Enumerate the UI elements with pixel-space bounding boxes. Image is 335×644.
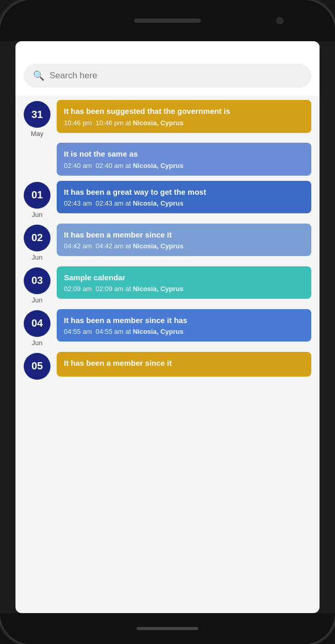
search-input[interactable] bbox=[49, 71, 302, 81]
event-title: It has been a member since it has bbox=[64, 315, 304, 326]
event-title: It has been a member since it bbox=[64, 230, 304, 240]
events-column: It has been a member since it has04:55 a… bbox=[57, 309, 311, 342]
events-column: It has been a great way to get the most0… bbox=[57, 181, 311, 214]
search-bar[interactable]: 🔍 bbox=[24, 64, 311, 88]
no-date-row: It is not the same as02:40 am 02:40 am a… bbox=[24, 143, 311, 176]
date-badge: 31May bbox=[24, 100, 51, 138]
phone-bottom bbox=[0, 613, 335, 644]
event-card[interactable]: It has been a member since it bbox=[57, 352, 311, 377]
event-title: It has been a member since it bbox=[64, 358, 304, 368]
event-time: 02:40 am 02:40 am at Nicosia, Cyprus bbox=[64, 162, 304, 170]
date-row: 03JunSample calendar02:09 am 02:09 am at… bbox=[24, 266, 311, 304]
phone-camera bbox=[276, 17, 283, 24]
search-icon: 🔍 bbox=[33, 70, 44, 81]
date-badge: 01Jun bbox=[24, 181, 51, 218]
home-bar bbox=[137, 627, 198, 630]
date-circle: 04 bbox=[24, 310, 51, 337]
date-circle: 01 bbox=[24, 182, 51, 209]
date-month: May bbox=[31, 130, 44, 138]
event-card[interactable]: Sample calendar02:09 am 02:09 am at Nico… bbox=[57, 266, 311, 299]
event-time: 02:09 am 02:09 am at Nicosia, Cyprus bbox=[64, 285, 304, 293]
date-month: Jun bbox=[32, 339, 43, 347]
event-title: It has been a great way to get the most bbox=[64, 187, 304, 197]
app-header bbox=[15, 41, 320, 58]
date-badge: 04Jun bbox=[24, 309, 51, 347]
search-container: 🔍 bbox=[15, 58, 320, 96]
event-card[interactable]: It has been suggested that the governmen… bbox=[57, 100, 311, 133]
event-card[interactable]: It has been a member since it04:42 am 04… bbox=[57, 224, 311, 257]
date-circle: 05 bbox=[24, 353, 51, 380]
events-column: It has been a member since it bbox=[57, 352, 311, 377]
date-circle: 02 bbox=[24, 225, 51, 251]
events-column: Sample calendar02:09 am 02:09 am at Nico… bbox=[57, 266, 311, 299]
phone-notch bbox=[0, 0, 335, 41]
date-month: Jun bbox=[32, 211, 43, 218]
date-month: Jun bbox=[32, 253, 43, 261]
date-circle: 31 bbox=[24, 101, 51, 128]
date-row: 01JunIt has been a great way to get the … bbox=[24, 181, 311, 218]
events-column: It has been suggested that the governmen… bbox=[57, 100, 311, 133]
date-badge: 03Jun bbox=[24, 266, 51, 304]
phone-screen: 🔍 31MayIt has been suggested that the go… bbox=[15, 41, 320, 613]
events-list: 31MayIt has been suggested that the gove… bbox=[15, 96, 320, 613]
event-card[interactable]: It has been a great way to get the most0… bbox=[57, 181, 311, 214]
date-badge: 05 bbox=[24, 352, 51, 380]
event-title: It has been suggested that the governmen… bbox=[64, 106, 304, 116]
event-time: 10:46 pm 10:46 pm at Nicosia, Cyprus bbox=[64, 119, 304, 127]
event-title: Sample calendar bbox=[64, 273, 304, 283]
date-month: Jun bbox=[32, 296, 43, 304]
date-row: 02JunIt has been a member since it04:42 … bbox=[24, 224, 311, 261]
events-column: It has been a member since it04:42 am 04… bbox=[57, 224, 311, 257]
date-circle: 03 bbox=[24, 267, 51, 294]
date-row: 04JunIt has been a member since it has04… bbox=[24, 309, 311, 347]
phone-frame: 🔍 31MayIt has been suggested that the go… bbox=[0, 0, 335, 644]
phone-speaker bbox=[134, 19, 201, 23]
event-time: 02:43 am 02:43 am at Nicosia, Cyprus bbox=[64, 199, 304, 207]
event-card[interactable]: It is not the same as02:40 am 02:40 am a… bbox=[57, 143, 311, 176]
event-time: 04:42 am 04:42 am at Nicosia, Cyprus bbox=[64, 242, 304, 250]
date-row: 31MayIt has been suggested that the gove… bbox=[24, 100, 311, 138]
date-badge: 02Jun bbox=[24, 224, 51, 261]
event-card[interactable]: It has been a member since it has04:55 a… bbox=[57, 309, 311, 342]
event-title: It is not the same as bbox=[64, 149, 304, 159]
date-row: 05It has been a member since it bbox=[24, 352, 311, 380]
event-time: 04:55 am 04:55 am at Nicosia, Cyprus bbox=[64, 328, 304, 335]
